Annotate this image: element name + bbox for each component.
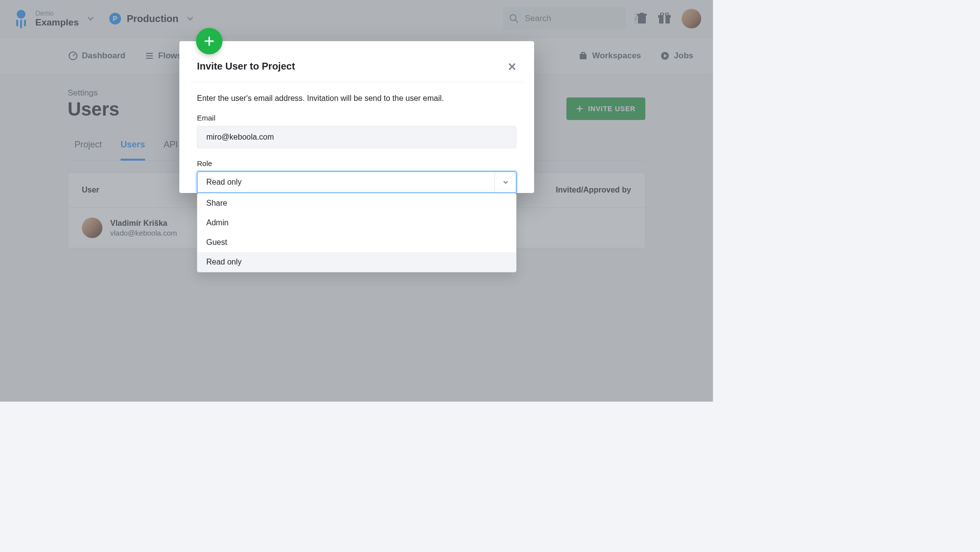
email-label: Email — [197, 114, 516, 122]
role-label: Role — [197, 159, 516, 168]
modal-hint-text: Enter the user's email address. Invitati… — [197, 94, 516, 103]
modal-fab-plus-icon — [196, 28, 222, 54]
modal-title: Invite User to Project — [197, 61, 295, 72]
role-selected-value: Read only — [206, 178, 242, 187]
chevron-down-icon — [494, 172, 516, 192]
role-option-admin[interactable]: Admin — [197, 213, 516, 233]
role-option-guest[interactable]: Guest — [197, 233, 516, 252]
role-option-read-only[interactable]: Read only — [197, 252, 516, 272]
role-option-share[interactable]: Share — [197, 193, 516, 213]
role-dropdown: Share Admin Guest Read only — [197, 193, 516, 272]
email-field[interactable] — [197, 126, 516, 148]
invite-user-modal: Invite User to Project Enter the user's … — [179, 41, 534, 193]
close-icon[interactable] — [508, 62, 516, 71]
role-select[interactable]: Read only — [197, 171, 516, 193]
